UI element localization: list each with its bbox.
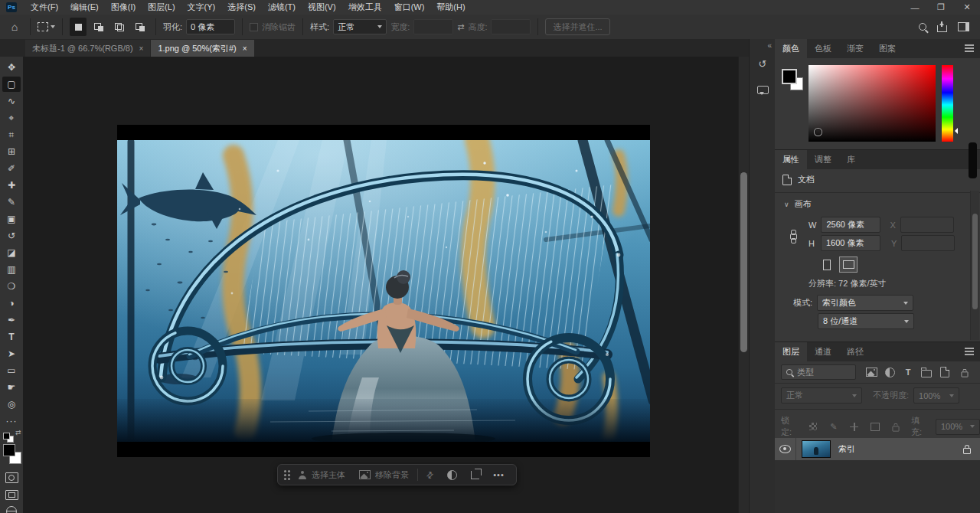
- lock-position-button[interactable]: [847, 420, 861, 433]
- scrollbar-thumb[interactable]: [972, 214, 978, 309]
- close-button[interactable]: ✕: [954, 0, 980, 15]
- filter-pixel-layers-button[interactable]: [864, 366, 879, 379]
- tab-swatches[interactable]: 色板: [807, 39, 839, 58]
- panel-handle[interactable]: [969, 142, 977, 178]
- style-select[interactable]: 正常: [333, 19, 387, 34]
- quick-mask-button[interactable]: [2, 470, 21, 485]
- antialias-checkbox[interactable]: [250, 23, 258, 31]
- tab-untitled-1[interactable]: 未标题-1 @ 66.7%(RGB/8) ×: [25, 40, 150, 57]
- fullscreen-button[interactable]: [2, 504, 21, 513]
- filter-adjustment-layers-button[interactable]: [882, 366, 897, 379]
- panel-menu-icon[interactable]: [965, 351, 974, 352]
- workspace-switcher-icon[interactable]: [958, 22, 969, 31]
- lasso-tool[interactable]: ∿: [2, 93, 21, 109]
- tab-color[interactable]: 颜色: [775, 39, 807, 58]
- scrollbar-thumb[interactable]: [740, 172, 747, 352]
- menu-help[interactable]: 帮助(H): [430, 0, 471, 15]
- layer-name[interactable]: 索引: [838, 443, 855, 455]
- eyedropper-tool[interactable]: ✐: [2, 161, 21, 176]
- opacity-input[interactable]: 100%: [913, 387, 959, 404]
- menu-image[interactable]: 图像(I): [105, 0, 142, 15]
- filter-smart-objects-button[interactable]: [937, 366, 952, 379]
- frame-tool[interactable]: ⊞: [2, 144, 21, 159]
- add-to-selection-mode-button[interactable]: [90, 18, 107, 36]
- foreground-color-swatch[interactable]: [782, 69, 797, 84]
- canvas-width-input[interactable]: 2560 像素: [821, 217, 880, 233]
- panel-menu-icon[interactable]: [965, 47, 974, 49]
- color-mode-select[interactable]: 索引颜色: [817, 295, 913, 311]
- eraser-tool[interactable]: ◪: [2, 245, 21, 260]
- tab-channels[interactable]: 通道: [807, 342, 839, 361]
- adjustments-button[interactable]: [442, 466, 462, 483]
- healing-brush-tool[interactable]: ✚: [2, 178, 21, 193]
- menu-layer[interactable]: 图层(L): [142, 0, 181, 15]
- tab-1png[interactable]: 1.png @ 50%(索引#) ×: [151, 40, 253, 57]
- hue-slider-marker[interactable]: [952, 128, 958, 134]
- blend-mode-select[interactable]: 正常: [781, 387, 862, 404]
- home-button[interactable]: ⌂: [6, 18, 23, 36]
- menu-select[interactable]: 选择(S): [221, 0, 262, 15]
- section-collapse-icon[interactable]: ∨: [784, 201, 789, 208]
- menu-filter[interactable]: 滤镜(T): [262, 0, 302, 15]
- tab-layers[interactable]: 图层: [775, 342, 807, 361]
- fill-input[interactable]: 100%: [936, 419, 980, 435]
- comments-panel-button[interactable]: [755, 82, 770, 97]
- minimize-button[interactable]: —: [902, 0, 928, 15]
- transform-image-button[interactable]: ⇄: [421, 466, 439, 483]
- crop-tool[interactable]: ⌗: [2, 127, 21, 142]
- select-subject-button[interactable]: 选择主体: [292, 466, 351, 483]
- tab-paths[interactable]: 路径: [839, 342, 871, 361]
- search-icon[interactable]: [919, 23, 926, 31]
- tool-preset-button[interactable]: [38, 18, 55, 36]
- tab-gradients[interactable]: 渐变: [839, 39, 871, 58]
- color-swatch-pair[interactable]: [782, 69, 805, 92]
- maximize-button[interactable]: ❐: [928, 0, 954, 15]
- filter-type-layers-button[interactable]: T: [900, 366, 916, 379]
- portrait-orientation-button[interactable]: [818, 256, 836, 273]
- hue-slider[interactable]: [942, 65, 953, 142]
- foreground-color-swatch[interactable]: [3, 444, 15, 456]
- intersect-selection-mode-button[interactable]: [132, 18, 149, 36]
- canvas-vertical-scrollbar[interactable]: [738, 57, 749, 513]
- properties-scrollbar[interactable]: [970, 191, 979, 340]
- landscape-orientation-button[interactable]: [839, 256, 858, 273]
- lock-artboard-button[interactable]: [868, 420, 883, 433]
- screen-mode-button[interactable]: [2, 487, 21, 502]
- color-cursor[interactable]: [815, 129, 822, 136]
- lock-pixels-button[interactable]: ✎: [826, 420, 841, 433]
- taskbar-more-button[interactable]: •••: [488, 466, 510, 483]
- swap-colors-icon[interactable]: ⇄: [15, 429, 21, 436]
- layer-row-index[interactable]: 索引: [775, 438, 980, 460]
- menu-view[interactable]: 视图(V): [302, 0, 342, 15]
- canvas-pasteboard[interactable]: 选择主体 移除背景 ⇄ •••: [23, 57, 749, 513]
- path-selection-tool[interactable]: ➤: [2, 346, 21, 361]
- menu-plugins[interactable]: 增效工具: [342, 0, 388, 15]
- canvas-height-input[interactable]: 1600 像素: [821, 235, 880, 251]
- canvas-x-input[interactable]: [900, 217, 954, 233]
- lock-transparency-button[interactable]: [805, 420, 820, 433]
- width-input[interactable]: [413, 19, 453, 34]
- canvas-document[interactable]: [117, 125, 650, 457]
- new-selection-mode-button[interactable]: [70, 18, 87, 36]
- height-input[interactable]: [491, 19, 531, 34]
- crop-image-button[interactable]: [466, 466, 485, 483]
- zoom-tool[interactable]: ◎: [2, 397, 21, 412]
- saturation-brightness-field[interactable]: [808, 65, 936, 142]
- layer-visibility-toggle[interactable]: [775, 438, 796, 460]
- menu-window[interactable]: 窗口(W): [388, 0, 431, 15]
- blur-tool[interactable]: ❍: [2, 279, 21, 294]
- link-dimensions-icon[interactable]: [790, 234, 797, 240]
- feather-input[interactable]: 0 像素: [186, 19, 235, 34]
- tab-patterns[interactable]: 图案: [871, 39, 903, 58]
- clone-stamp-tool[interactable]: ▣: [2, 211, 21, 227]
- expand-panels-icon[interactable]: «: [767, 41, 772, 50]
- menu-type[interactable]: 文字(Y): [181, 0, 222, 15]
- brush-tool[interactable]: ✎: [2, 194, 21, 210]
- bit-depth-select[interactable]: 8 位/通道: [818, 313, 914, 329]
- hand-tool[interactable]: ☛: [2, 380, 21, 395]
- edit-toolbar-button[interactable]: ···: [2, 413, 21, 429]
- history-brush-tool[interactable]: ↺: [2, 228, 21, 243]
- dodge-tool[interactable]: ◑: [2, 296, 21, 311]
- tab-libraries[interactable]: 库: [839, 150, 863, 169]
- shape-tool[interactable]: ▭: [2, 363, 21, 378]
